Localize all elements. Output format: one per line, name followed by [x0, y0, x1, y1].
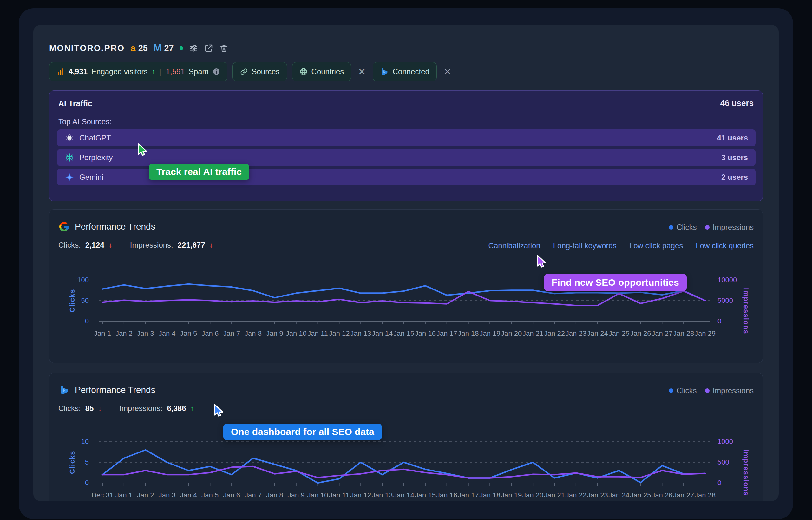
clicks-stat-label: Clicks: — [58, 404, 81, 413]
majestic-count: 27 — [164, 44, 174, 53]
bing-line-chart: Clicks Impressions 051005001000Dec 31Jan… — [49, 428, 763, 501]
clicks-legend-dot — [669, 388, 674, 393]
left-axis-tick: 10 — [65, 438, 89, 446]
x-axis-label: Jan 13 — [372, 491, 393, 499]
link-low-click-queries[interactable]: Low click queries — [695, 241, 754, 250]
x-axis-label: Jan 27 — [652, 330, 673, 338]
left-axis-tick: 5 — [65, 458, 89, 466]
clicks-stat-value: 85 — [85, 404, 94, 413]
x-axis-label: Jan 17 — [458, 491, 479, 499]
x-axis-label: Jan 2 — [137, 491, 154, 499]
countries-chip[interactable]: Countries — [292, 62, 351, 81]
x-axis-label: Jan 22 — [544, 330, 565, 338]
visitors-label: Engaged visitors — [91, 67, 148, 76]
site-header: MONITORO.PRO a 25 M 27 — [49, 42, 229, 55]
right-axis-tick: 0 — [717, 317, 749, 325]
right-axis-label: Impressions — [742, 288, 750, 334]
clicks-trend-arrow: ↓ — [109, 241, 112, 249]
app-window: MONITORO.PRO a 25 M 27 — [19, 8, 793, 519]
x-axis-label: Jan 1 — [94, 330, 111, 338]
blue-cursor-icon — [212, 403, 225, 418]
bing-performance-panel: Performance Trends Clicks Impressions Cl… — [49, 372, 763, 501]
x-axis-label: Jan 4 — [180, 491, 197, 499]
clicks-legend-dot — [669, 225, 674, 230]
x-axis-label: Jan 15 — [393, 330, 414, 338]
countries-label: Countries — [311, 67, 344, 76]
impressions-stat-label: Impressions: — [130, 241, 173, 250]
left-axis-tick: 50 — [65, 296, 89, 305]
chatgpt-icon — [65, 133, 74, 143]
x-axis-label: Jan 27 — [673, 491, 694, 499]
google-icon — [58, 221, 70, 232]
tooltip-find-seo-opportunities: Find new SEO opportunities — [544, 274, 687, 291]
trash-icon[interactable] — [219, 44, 229, 53]
x-axis-label: Jan 6 — [201, 330, 219, 338]
analytics-chip[interactable]: 4,931 Engaged visitors ↑ | 1,591 Spam — [49, 62, 227, 81]
sliders-icon[interactable] — [189, 44, 198, 53]
link-icon — [240, 68, 248, 76]
sources-chip[interactable]: Sources — [232, 62, 287, 81]
x-axis-label: Jan 14 — [393, 491, 414, 499]
ai-source-users: 2 users — [721, 173, 748, 182]
visitors-trend-arrow: ↑ — [152, 68, 155, 76]
chart-legend: Clicks Impressions — [669, 223, 754, 232]
x-axis-label: Dec 31 — [91, 491, 113, 499]
x-axis-label: Jan 5 — [201, 491, 219, 499]
tooltip-track-ai-traffic: Track real AI traffic — [149, 164, 249, 180]
majestic-icon: M — [154, 43, 162, 54]
ai-source-users: 3 users — [721, 153, 748, 162]
clicks-stat-value: 2,124 — [85, 241, 104, 250]
gemini-icon — [65, 173, 74, 182]
x-axis-label: Jan 29 — [695, 330, 716, 338]
x-axis-label: Jan 6 — [223, 491, 240, 499]
impressions-stat-value: 221,677 — [178, 241, 205, 250]
x-axis-label: Jan 21 — [544, 491, 565, 499]
x-axis-label: Jan 24 — [609, 491, 630, 499]
x-axis-label: Jan 11 — [307, 330, 328, 338]
globe-icon — [299, 68, 308, 76]
remove-connection-button[interactable]: ✕ — [442, 67, 453, 77]
x-axis-label: Jan 28 — [695, 491, 716, 499]
link-cannibalization[interactable]: Cannibalization — [488, 241, 540, 250]
x-axis-label: Jan 9 — [288, 491, 305, 499]
ai-traffic-title: AI Traffic — [58, 99, 92, 108]
chart-legend: Clicks Impressions — [669, 386, 754, 395]
remove-filter-button[interactable]: ✕ — [356, 67, 367, 77]
ai-traffic-total: 46 users — [720, 98, 754, 108]
external-link-icon[interactable] — [204, 44, 213, 53]
x-axis-label: Jan 4 — [159, 330, 176, 338]
ai-source-name: Gemini — [79, 173, 103, 182]
x-axis-label: Jan 13 — [350, 330, 371, 338]
plot-area — [93, 428, 715, 498]
x-axis-label: Jan 8 — [266, 491, 283, 499]
impressions-legend-dot — [705, 388, 710, 393]
x-axis-label: Jan 5 — [180, 330, 197, 338]
x-axis-label: Jan 21 — [523, 330, 543, 338]
x-axis-label: Jan 18 — [458, 330, 479, 338]
x-axis-label: Jan 9 — [266, 330, 283, 338]
google-stats-row: Clicks: 2,124 ↓ Impressions: 221,677 ↓ — [58, 241, 213, 250]
x-axis-label: Jan 3 — [159, 491, 176, 499]
ahrefs-count: 25 — [138, 44, 148, 53]
link-low-click-pages[interactable]: Low click pages — [629, 241, 683, 250]
x-axis-label: Jan 10 — [286, 330, 307, 338]
info-icon[interactable] — [212, 68, 220, 75]
impressions-stat-label: Impressions: — [119, 404, 162, 413]
x-axis-label: Jan 22 — [565, 491, 586, 499]
x-axis-label: Jan 16 — [436, 491, 457, 499]
bing-panel-title: Performance Trends — [58, 384, 155, 396]
left-axis-tick: 100 — [65, 276, 89, 284]
panel-title-text: Performance Trends — [75, 222, 155, 232]
analytics-icon — [56, 68, 65, 76]
x-axis-label: Jan 25 — [609, 330, 630, 338]
spam-label: Spam — [189, 67, 209, 76]
tooltip-one-dashboard: One dashboard for all SEO data — [223, 424, 382, 440]
ai-source-users: 41 users — [717, 133, 748, 142]
panel-title-text: Performance Trends — [75, 385, 155, 395]
x-axis-label: Jan 17 — [436, 330, 457, 338]
ai-traffic-panel: AI Traffic 46 users Top AI Sources: Chat… — [49, 90, 763, 201]
bing-connected-chip[interactable]: Connected — [373, 62, 437, 81]
link-long-tail-keywords[interactable]: Long-tail keywords — [553, 241, 617, 250]
right-axis-tick: 1000 — [717, 438, 749, 446]
ai-sources-subtitle: Top AI Sources: — [58, 117, 112, 126]
